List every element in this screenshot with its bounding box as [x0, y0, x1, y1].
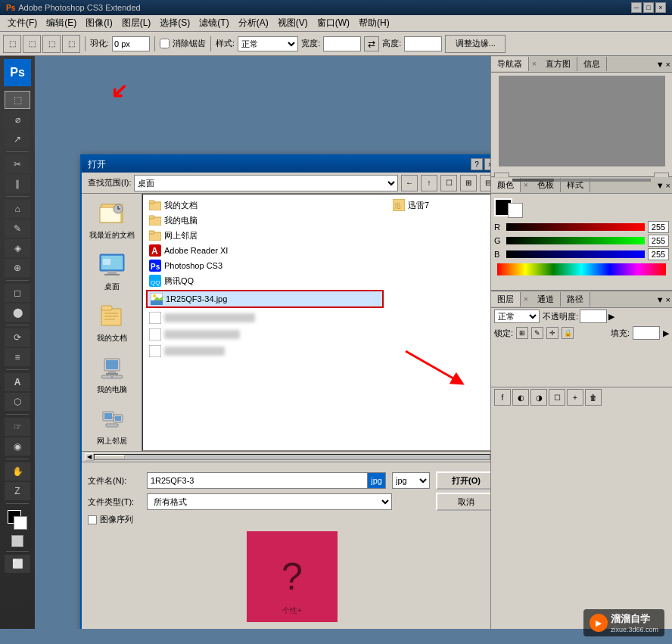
lock-paint-btn[interactable]: ✎ [531, 327, 543, 339]
file-item-mycomputer[interactable]: 我的电脑 [146, 213, 384, 228]
tool-marquee[interactable]: ⬚ [5, 91, 30, 109]
menu-file[interactable]: 文件(F) [3, 15, 42, 31]
panel-menu-btn[interactable]: ▼ [656, 60, 664, 69]
file-item-blur-2[interactable] [146, 326, 384, 343]
layers-menu-btn[interactable]: ▼ [656, 295, 664, 304]
tool-zoom[interactable]: Z [5, 482, 30, 500]
menu-image[interactable]: 图像(I) [81, 15, 117, 31]
shortcut-recent[interactable]: 我最近的文档 [86, 197, 138, 242]
menu-help[interactable]: 帮助(H) [354, 15, 394, 31]
file-item-network[interactable]: 网上邻居 [146, 228, 384, 243]
layer-style-btn[interactable]: f [494, 389, 511, 406]
dialog-help-btn[interactable]: ? [471, 158, 483, 170]
color-swatch[interactable] [8, 510, 27, 530]
shortcut-docs[interactable]: 我的文档 [86, 300, 138, 345]
quick-mask-btn[interactable] [11, 535, 23, 547]
blue-value[interactable] [648, 248, 669, 260]
scroll-thumb[interactable] [95, 455, 125, 459]
blue-slider[interactable] [506, 250, 645, 258]
green-slider[interactable] [506, 237, 645, 244]
tab-layers[interactable]: 图层 [491, 292, 521, 306]
layer-mask-btn[interactable]: ◐ [512, 389, 529, 406]
adjust-edge-btn[interactable]: 调整边缘... [445, 35, 506, 53]
tool-select-2[interactable]: ⬚ [23, 35, 41, 53]
filetype-select[interactable]: 所有格式 [147, 493, 392, 510]
menu-analyze[interactable]: 分析(A) [234, 15, 273, 31]
lock-move-btn[interactable]: ✛ [546, 327, 558, 339]
layer-new-btn[interactable]: + [567, 389, 583, 406]
file-item-adobe-reader[interactable]: A Adobe Reader XI [146, 243, 384, 258]
nav-extra-btn[interactable]: ⊟ [480, 175, 490, 191]
fill-input[interactable] [633, 326, 660, 340]
file-item-xunlei[interactable]: 迅 迅雷7 [391, 198, 490, 213]
tool-pen[interactable]: ≡ [5, 348, 30, 366]
file-item-mydocs[interactable]: 我的文档 [146, 198, 384, 213]
menu-layer[interactable]: 图层(L) [117, 15, 156, 31]
zoom-slider[interactable] [512, 179, 651, 182]
tool-shape[interactable]: ⬡ [5, 393, 30, 411]
nav-up-btn[interactable]: ↑ [421, 175, 437, 191]
file-item-qq[interactable]: QQ 腾讯QQ [146, 273, 384, 288]
tool-gradient[interactable]: ⬤ [5, 303, 30, 322]
lock-all-btn[interactable]: 🔒 [562, 327, 574, 339]
tool-dodge[interactable]: ⟳ [5, 328, 30, 347]
opacity-input[interactable] [580, 310, 607, 323]
color-spectrum-bar[interactable] [497, 263, 666, 275]
tool-select-3[interactable]: ⬚ [42, 35, 61, 53]
layer-group-btn[interactable]: ☐ [549, 389, 565, 406]
tool-brush[interactable]: ✎ [5, 219, 30, 238]
shortcut-computer[interactable]: 我的电脑 [86, 351, 138, 397]
scroll-left-btn[interactable]: ◀ [85, 453, 94, 461]
tool-slice[interactable]: ∥ [5, 175, 30, 193]
minimize-button[interactable]: ─ [631, 2, 642, 13]
menu-filter[interactable]: 滤镜(T) [194, 15, 233, 31]
maximize-button[interactable]: □ [643, 2, 654, 13]
feather-input[interactable] [112, 36, 150, 51]
tool-history[interactable]: ⊕ [5, 259, 30, 277]
cancel-button[interactable]: 取消 [436, 493, 490, 511]
tool-eyedropper[interactable]: ◉ [5, 437, 30, 456]
tab-paths[interactable]: 路径 [561, 292, 590, 306]
nav-new-folder-btn[interactable]: ☐ [440, 175, 457, 191]
screen-mode-btn[interactable]: ⬜ [5, 555, 30, 573]
panel-close-btn[interactable]: × [666, 60, 670, 69]
tool-healing[interactable]: ⌂ [5, 200, 30, 218]
tool-select-1[interactable]: ⬚ [3, 35, 21, 53]
background-color[interactable] [14, 516, 27, 530]
tool-text[interactable]: A [5, 373, 30, 391]
tool-magic-wand[interactable]: ↗ [5, 130, 30, 148]
opacity-arrow[interactable]: ▶ [608, 312, 614, 322]
look-path-select[interactable]: 桌面 [134, 175, 398, 191]
tool-lasso[interactable]: ⌀ [5, 110, 30, 129]
horizontal-scrollbar[interactable]: ◀ ▶ [82, 451, 490, 462]
width-input[interactable] [323, 36, 361, 51]
shortcut-desktop[interactable]: 桌面 [86, 248, 138, 294]
tool-crop[interactable]: ✂ [5, 155, 30, 173]
tool-clone[interactable]: ◈ [5, 239, 30, 257]
dialog-close-btn[interactable]: × [484, 158, 490, 170]
tab-info[interactable]: 信息 [577, 57, 607, 71]
file-item-image-selected[interactable]: 1R25QF3-34.jpg [146, 290, 384, 308]
file-item-photoshop[interactable]: Ps Photoshop CS3 [146, 258, 384, 273]
layer-delete-btn[interactable]: 🗑 [585, 389, 602, 406]
layer-adjust-btn[interactable]: ◑ [530, 389, 547, 406]
file-item-blur-3[interactable] [146, 343, 384, 359]
shortcut-network[interactable]: 网上邻居 [86, 403, 138, 448]
red-value[interactable] [648, 221, 669, 233]
tab-navigator[interactable]: 导航器 [491, 57, 529, 71]
lock-pos-btn[interactable]: ⊞ [516, 327, 528, 339]
tool-notes[interactable]: ☞ [5, 418, 30, 436]
open-button[interactable]: 打开(O) [436, 471, 490, 490]
red-slider[interactable] [506, 223, 645, 231]
image-sequence-checkbox[interactable] [88, 515, 97, 524]
nav-view-btn[interactable]: ⊞ [460, 175, 477, 191]
blend-mode-select[interactable]: 正常 [494, 310, 540, 323]
tool-eraser[interactable]: ◻ [5, 284, 30, 302]
filename-input[interactable] [147, 472, 367, 489]
green-value[interactable] [648, 235, 669, 247]
file-item-blur-1[interactable] [146, 310, 384, 326]
color-bg-swatch[interactable] [508, 203, 523, 218]
layers-close-btn[interactable]: × [666, 295, 670, 304]
menu-select[interactable]: 选择(S) [155, 15, 194, 31]
remove-alias-checkbox[interactable] [160, 39, 170, 48]
